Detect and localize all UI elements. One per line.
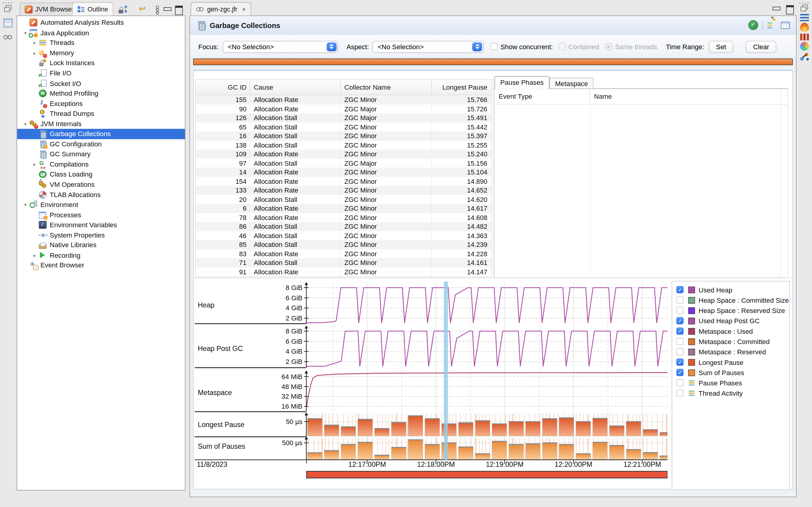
tree-item-environment[interactable]: ▾Environment	[17, 200, 185, 210]
tree-item-java-application[interactable]: ▾Java Application	[17, 28, 185, 38]
set-button[interactable]: Set	[709, 41, 733, 53]
legend-checkbox[interactable]	[676, 369, 683, 376]
gc-table-row[interactable]: 86Allocation StallZGC Minor14.482	[196, 222, 492, 231]
chevron-open-icon[interactable]: ▾	[21, 202, 29, 208]
gc-table-row[interactable]: 154Allocation RateZGC Minor14.890	[196, 176, 492, 186]
restore-view-icon[interactable]	[4, 5, 12, 13]
gc-table-row[interactable]: 78Allocation RateZGC Minor14.608	[196, 213, 492, 222]
gc-table-row[interactable]: 83Allocation RateZGC Minor14.228	[196, 249, 492, 258]
tree-item-tlab-allocations[interactable]: TLAB Allocations	[17, 189, 185, 200]
legend-checkbox[interactable]	[676, 307, 683, 314]
tree-item-compilations[interactable]: ▸Compilations	[17, 159, 185, 169]
legend-checkbox[interactable]	[676, 317, 683, 325]
column-header-longest-pause[interactable]: Longest Pause	[432, 80, 492, 95]
chart-range-slider[interactable]	[307, 471, 668, 478]
tree-item-gc-configuration[interactable]: GC Configuration	[17, 139, 185, 149]
gc-table-row[interactable]: 138Allocation StallZGC Minor15.255	[196, 140, 492, 150]
tree-item-lock-instances[interactable]: Lock Instances	[17, 58, 185, 68]
lock-settings-icon[interactable]	[118, 5, 128, 14]
maximize-view-icon[interactable]	[174, 5, 183, 14]
tree-item-environment-variables[interactable]: Environment Variables	[17, 220, 185, 230]
gc-table-row[interactable]: 85Allocation StallZGC Minor14.239	[196, 240, 492, 249]
tree-item-exceptions[interactable]: Exceptions	[17, 98, 185, 109]
tree-item-socket-i-o[interactable]: Socket I/O	[17, 78, 185, 89]
gc-table-row[interactable]: 65Allocation StallZGC Minor15.442	[196, 122, 492, 131]
heatmap-view-icon[interactable]	[800, 34, 809, 40]
gc-table-row[interactable]: 155Allocation RateZGC Minor15.766	[196, 95, 492, 104]
time-range-selector[interactable]	[193, 59, 793, 65]
gc-table-row[interactable]: 126Allocation StallZGC Major15.491	[196, 113, 492, 122]
tree-item-processes[interactable]: Processes	[17, 210, 185, 220]
tree-item-file-i-o[interactable]: File I/O	[17, 68, 185, 78]
legend-checkbox[interactable]	[676, 338, 683, 345]
column-header-event-type[interactable]: Event Type	[495, 89, 590, 104]
tab-jvm-browser[interactable]: JVM Browser	[20, 3, 79, 16]
gc-table-row[interactable]: 14Allocation RateZGC Minor15.104	[196, 168, 492, 176]
legend-checkbox[interactable]	[676, 327, 683, 335]
tree-item-recording[interactable]: ▸Recording	[17, 250, 185, 261]
tree-item-method-profiling[interactable]: Method Profiling	[17, 89, 185, 99]
tree-item-threads[interactable]: ▸Threads	[17, 38, 185, 48]
detail-tab-metaspace[interactable]: Metaspace	[550, 77, 594, 89]
horizontal-sash[interactable]	[194, 278, 792, 279]
tree-item-automated-analysis-results[interactable]: Automated Analysis Results	[17, 17, 185, 28]
tree-item-jvm-internals[interactable]: ▾JVM Internals	[17, 119, 185, 129]
chevron-closed-icon[interactable]: ▸	[31, 162, 39, 167]
tree-item-class-loading[interactable]: Class Loading	[17, 169, 185, 180]
gc-table-row[interactable]: 46Allocation StallZGC Minor14.363	[196, 231, 492, 240]
maximize-editor-icon[interactable]	[785, 4, 795, 13]
properties-view-icon[interactable]	[800, 14, 809, 21]
tree-item-thread-dumps[interactable]: Thread Dumps	[17, 109, 185, 119]
legend-checkbox[interactable]	[676, 358, 683, 366]
recording-view-icon[interactable]	[4, 33, 12, 42]
tree-item-event-browser[interactable]: Event Browser	[17, 261, 185, 271]
column-header-name[interactable]: Name	[590, 93, 788, 101]
minimize-view-icon[interactable]	[162, 5, 172, 14]
tree-item-native-libraries[interactable]: Native Libraries	[17, 240, 185, 250]
tree-item-gc-summary[interactable]: GC Summary	[17, 149, 185, 159]
gc-table-row[interactable]: 20Allocation StallZGC Minor14.620	[196, 194, 492, 204]
gc-table-row[interactable]: 97Allocation StallZGC Major15.156	[196, 158, 492, 168]
minimize-editor-icon[interactable]	[771, 4, 781, 13]
column-header-cause[interactable]: Cause	[250, 80, 341, 95]
table-view-icon[interactable]	[4, 19, 12, 27]
color-wheel-view-icon[interactable]	[800, 42, 809, 51]
legend-checkbox[interactable]	[676, 296, 683, 303]
scrollbar-track[interactable]	[780, 89, 781, 277]
focus-select[interactable]: <No Selection>	[223, 41, 338, 53]
show-concurrent-checkbox[interactable]	[491, 43, 498, 50]
result-ok-icon[interactable]	[749, 21, 758, 30]
close-tab-icon[interactable]: ×	[242, 5, 246, 13]
gc-table-row[interactable]: 16Allocation StallZGC Minor15.397	[196, 131, 492, 140]
editor-tab-gen-zgc[interactable]: gen-zgc.jfr ×	[191, 2, 251, 16]
gc-table-row[interactable]: 133Allocation RateZGC Minor14.652	[196, 186, 492, 194]
restore-view-icon[interactable]	[800, 4, 809, 13]
gc-table-row[interactable]: 90Allocation RateZGC Major15.726	[196, 104, 492, 113]
chevron-closed-icon[interactable]: ▸	[31, 40, 39, 46]
tab-outline[interactable]: Outline	[72, 2, 113, 16]
view-menu-icon[interactable]	[152, 5, 162, 14]
chevron-open-icon[interactable]: ▾	[21, 121, 29, 127]
chevron-closed-icon[interactable]: ▸	[31, 252, 39, 258]
gc-timeline-chart[interactable]: Heap8 GiB6 GiB4 GiB2 GiBHeap Post GC8 Gi…	[194, 279, 668, 492]
gc-table-row[interactable]: 13Allocation RateZGC Minor14.133	[196, 276, 492, 277]
aspect-select[interactable]: <No Selection>	[372, 41, 484, 53]
legend-checkbox[interactable]	[676, 379, 683, 387]
chevron-closed-icon[interactable]: ▸	[31, 50, 39, 56]
legend-checkbox[interactable]	[676, 390, 683, 397]
edit-rules-icon[interactable]	[768, 21, 776, 30]
tree-item-memory[interactable]: ▸Memory	[17, 48, 185, 58]
tree-item-garbage-collections[interactable]: Garbage Collections	[17, 129, 185, 139]
gc-table-row[interactable]: 6Allocation RateZGC Minor14.617	[196, 204, 492, 213]
column-header-collector-name[interactable]: Collector Name	[341, 80, 432, 95]
tree-item-vm-operations[interactable]: VM Operations	[17, 179, 185, 189]
legend-checkbox[interactable]	[676, 286, 683, 293]
gc-table-row[interactable]: 71Allocation StallZGC Minor14.161	[196, 258, 492, 267]
tree-item-system-properties[interactable]: System Properties	[17, 230, 185, 240]
gc-table-row[interactable]: 109Allocation RateZGC Minor15.240	[196, 150, 492, 158]
clear-button[interactable]: Clear	[746, 41, 776, 53]
detail-tab-pause-phases[interactable]: Pause Phases	[495, 76, 549, 89]
show-table-icon[interactable]	[781, 22, 790, 29]
gc-table-row[interactable]: 91Allocation RateZGC Minor14.147	[196, 267, 492, 276]
dependency-view-icon[interactable]	[800, 52, 809, 61]
